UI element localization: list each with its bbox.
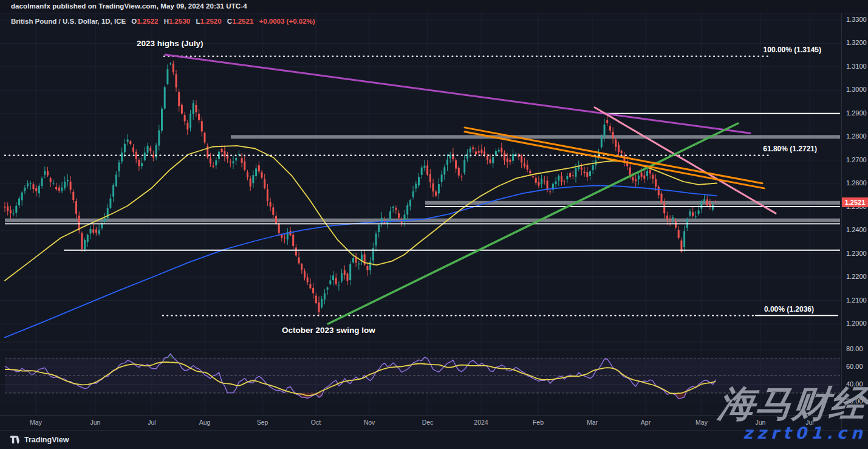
symbol-legend: British Pound / U.S. Dollar, 1D, ICE O1.… bbox=[11, 18, 315, 25]
time-axis-label: Jun bbox=[756, 419, 766, 426]
price-axis-label: 1.3000 bbox=[846, 86, 867, 93]
price-axis-label: 1.2000 bbox=[846, 320, 867, 327]
time-axis-label: Sep bbox=[257, 419, 268, 426]
tradingview-snapshot: dacolmanfx published on TradingView.com,… bbox=[0, 0, 868, 449]
price-axis-label: 1.2200 bbox=[846, 273, 867, 280]
tradingview-logo-icon bbox=[10, 436, 21, 444]
price-axis-label: 1.2600 bbox=[846, 179, 867, 187]
rsi-axis-label: 40.00 bbox=[846, 380, 863, 388]
ohlc-close-label: C bbox=[227, 18, 232, 25]
time-axis-label: Dec bbox=[422, 419, 434, 426]
rsi-axis-label: 60.00 bbox=[846, 363, 863, 370]
ohlc-high-label: H bbox=[164, 18, 169, 25]
time-axis-label: Jul bbox=[148, 419, 155, 426]
price-axis-label: 1.3200 bbox=[846, 39, 867, 46]
time-axis-label: May bbox=[30, 419, 42, 426]
ohlc-low-value: 1.2520 bbox=[200, 18, 221, 25]
time-axis-label: Feb bbox=[533, 419, 544, 426]
publish-bar: dacolmanfx published on TradingView.com,… bbox=[0, 0, 868, 13]
price-axis-label: 1.2800 bbox=[846, 132, 867, 140]
price-axis-label: 1.2300 bbox=[846, 250, 867, 257]
time-axis-label: Apr bbox=[641, 419, 651, 426]
time-axis-label: May bbox=[695, 419, 708, 426]
time-axis-label: Jul bbox=[805, 419, 813, 426]
time-axis-label: Oct bbox=[311, 419, 321, 426]
last-price-badge: 1.2521 bbox=[842, 197, 868, 207]
ohlc-close-value: 1.2521 bbox=[232, 18, 253, 25]
rsi-axis-label: 20.00 bbox=[846, 397, 863, 405]
footer-bar: TradingView bbox=[0, 430, 868, 449]
publish-line: dacolmanfx published on TradingView.com,… bbox=[11, 2, 247, 10]
ohlc-open-value: 1.2522 bbox=[137, 18, 158, 25]
time-axis-label: Nov bbox=[364, 419, 375, 426]
price-axis-label: 1.2900 bbox=[846, 109, 867, 117]
chart-canvas[interactable] bbox=[0, 0, 868, 449]
time-axis-label: Aug bbox=[199, 419, 211, 426]
ohlc-open-label: O bbox=[131, 18, 137, 25]
price-axis-label: 1.3100 bbox=[846, 63, 867, 70]
price-axis[interactable]: 1.33001.32001.31001.30001.29001.28001.27… bbox=[841, 13, 868, 430]
time-axis[interactable]: MayJunJulAugSepOctNovDec2024FebMarAprMay… bbox=[0, 415, 841, 431]
time-axis-label: Jun bbox=[91, 419, 101, 426]
price-axis-label: 1.3300 bbox=[846, 16, 867, 23]
symbol-title: British Pound / U.S. Dollar, 1D, ICE bbox=[11, 18, 126, 25]
price-axis-label: 1.2100 bbox=[846, 296, 867, 304]
ohlc-high-value: 1.2530 bbox=[169, 18, 190, 25]
price-axis-label: 1.2700 bbox=[846, 156, 867, 163]
tradingview-logo-text: TradingView bbox=[24, 436, 69, 444]
time-axis-label: Mar bbox=[587, 419, 598, 426]
ohlc-change: +0.0003 (+0.02%) bbox=[259, 18, 315, 25]
time-axis-label: 2024 bbox=[474, 419, 488, 426]
price-axis-label: 1.2400 bbox=[846, 226, 867, 233]
tradingview-logo[interactable]: TradingView bbox=[10, 436, 69, 444]
rsi-axis-label: 80.00 bbox=[846, 345, 863, 352]
